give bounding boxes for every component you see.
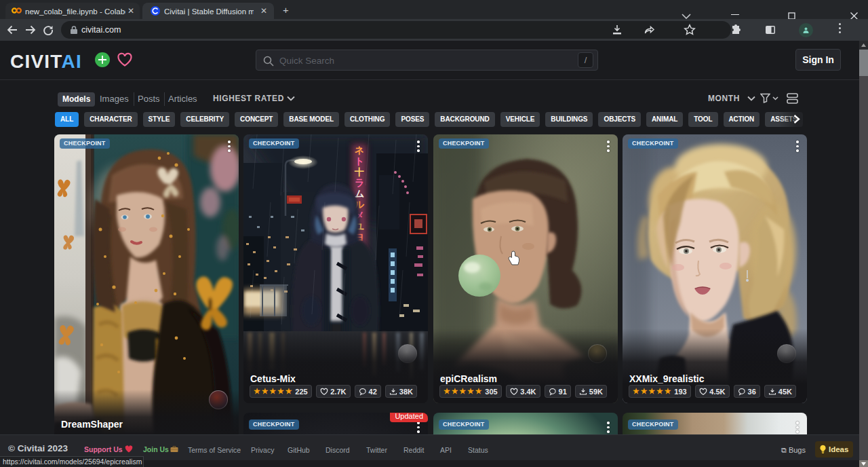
svg-text:ネ: ネ (354, 145, 364, 155)
svg-text:ト: ト (355, 155, 364, 166)
svg-text:ム: ム (355, 188, 364, 199)
svg-text:ラ: ラ (355, 177, 364, 188)
svg-text:十: 十 (354, 166, 364, 177)
